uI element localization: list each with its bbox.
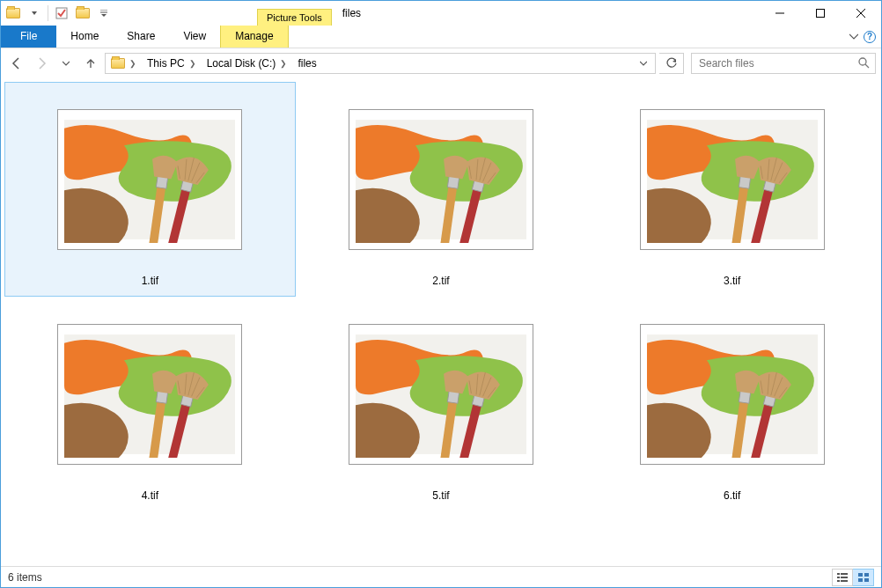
up-button[interactable]: [80, 53, 101, 74]
status-bar: 6 items: [1, 566, 881, 587]
explorer-window: Picture Tools files File Home Share View…: [0, 0, 882, 588]
thumbnail-frame: [640, 109, 825, 250]
ribbon-tabs: File Home Share View Manage ?: [1, 26, 881, 48]
chevron-right-icon[interactable]: ❯: [128, 59, 138, 68]
thumbnail-frame: [349, 109, 533, 250]
forward-button[interactable]: [31, 53, 52, 74]
folder-icon: [111, 58, 125, 69]
file-name-label: 1.tif: [142, 275, 158, 287]
breadcrumb-local-disk[interactable]: Local Disk (C:) ❯: [203, 54, 293, 73]
view-mode-toggle: [832, 569, 874, 586]
thumbnail-frame: [57, 109, 242, 250]
help-icon[interactable]: ?: [864, 31, 876, 43]
back-button[interactable]: [6, 53, 27, 74]
search-input[interactable]: [697, 56, 857, 70]
breadcrumb-label: Local Disk (C:): [207, 57, 276, 70]
svg-rect-8: [841, 580, 848, 582]
ribbon-tab-file[interactable]: File: [1, 26, 56, 48]
svg-rect-11: [858, 578, 863, 582]
file-item[interactable]: 3.tif: [586, 82, 878, 297]
breadcrumb-this-pc[interactable]: This PC ❯: [143, 54, 202, 73]
maximize-button[interactable]: [800, 1, 841, 26]
items-grid: 1.tif2.tif3.tif4.tif5.tif6.tif: [4, 82, 878, 511]
separator: [48, 5, 48, 21]
breadcrumb-label: files: [298, 57, 316, 70]
svg-rect-10: [864, 573, 869, 577]
ribbon-tab-share[interactable]: Share: [113, 26, 169, 48]
ribbon-tab-view[interactable]: View: [169, 26, 220, 48]
refresh-button[interactable]: [659, 53, 684, 74]
file-item[interactable]: 4.tif: [4, 297, 296, 511]
context-tab-header: Picture Tools: [257, 1, 332, 26]
minimize-button[interactable]: [760, 1, 800, 26]
thumbnail-image: [647, 331, 818, 458]
svg-rect-7: [837, 580, 840, 582]
content-area[interactable]: 1.tif2.tif3.tif4.tif5.tif6.tif: [1, 78, 881, 566]
address-dropdown-icon[interactable]: [634, 54, 653, 73]
thumbnail-image: [64, 116, 235, 243]
close-button[interactable]: [841, 1, 881, 26]
file-name-label: 2.tif: [432, 275, 449, 287]
ribbon-expand-icon[interactable]: [849, 31, 858, 43]
svg-rect-4: [841, 573, 848, 575]
svg-rect-12: [864, 578, 869, 582]
qat-dropdown[interactable]: [25, 4, 44, 23]
context-tab-label: Picture Tools: [257, 9, 332, 26]
file-item[interactable]: 5.tif: [296, 297, 587, 511]
breadcrumb-root[interactable]: ❯: [107, 54, 142, 73]
file-item[interactable]: 6.tif: [586, 297, 878, 511]
folder-icon[interactable]: [4, 4, 23, 23]
navigation-bar: ❯ This PC ❯ Local Disk (C:) ❯ files: [1, 48, 881, 78]
file-name-label: 5.tif: [432, 489, 449, 502]
thumbnail-image: [356, 331, 526, 458]
thumbnail-image: [647, 116, 818, 243]
file-name-label: 3.tif: [724, 275, 740, 287]
svg-rect-5: [837, 577, 840, 578]
svg-rect-3: [837, 573, 840, 575]
ribbon-tab-manage[interactable]: Manage: [220, 26, 288, 48]
file-item[interactable]: 1.tif: [4, 82, 296, 297]
window-title: files: [332, 1, 371, 26]
file-name-label: 6.tif: [724, 489, 740, 502]
chevron-right-icon[interactable]: ❯: [187, 59, 198, 68]
item-count: 6 items: [8, 571, 42, 584]
breadcrumb-label: This PC: [147, 57, 185, 70]
svg-rect-9: [858, 573, 863, 577]
title-bar: Picture Tools files: [1, 1, 881, 26]
thumbnails-view-button[interactable]: [853, 569, 874, 586]
chevron-right-icon[interactable]: ❯: [278, 59, 289, 68]
svg-rect-1: [817, 10, 825, 18]
window-controls: [760, 1, 881, 26]
thumbnail-frame: [640, 324, 825, 465]
quick-access-toolbar: [1, 1, 116, 26]
svg-rect-6: [841, 577, 848, 578]
qat-customize-dropdown[interactable]: [94, 4, 114, 23]
details-view-button[interactable]: [832, 569, 853, 586]
file-name-label: 4.tif: [142, 489, 158, 502]
svg-point-2: [859, 58, 866, 65]
breadcrumb-files[interactable]: files: [294, 54, 320, 73]
thumbnail-frame: [57, 324, 242, 465]
search-box[interactable]: [691, 53, 876, 74]
address-bar[interactable]: ❯ This PC ❯ Local Disk (C:) ❯ files: [105, 53, 656, 74]
search-icon: [857, 56, 870, 71]
recent-locations-dropdown[interactable]: [55, 53, 77, 74]
file-item[interactable]: 2.tif: [296, 82, 587, 297]
thumbnail-frame: [349, 324, 533, 465]
ribbon-tab-home[interactable]: Home: [56, 26, 113, 48]
new-folder-icon[interactable]: [73, 4, 92, 23]
properties-checkbox-icon[interactable]: [52, 4, 71, 23]
thumbnail-image: [356, 116, 526, 243]
thumbnail-image: [64, 331, 235, 458]
